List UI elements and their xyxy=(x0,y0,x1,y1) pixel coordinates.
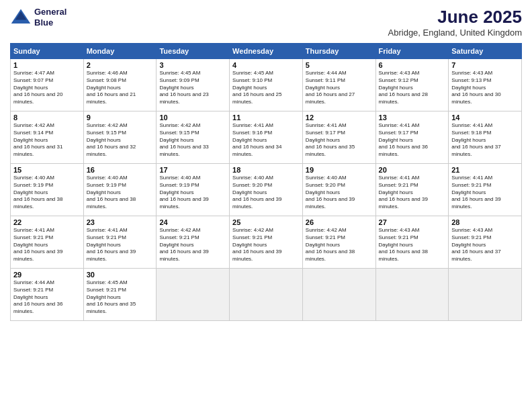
daylight-label: Daylight hours xyxy=(159,242,193,248)
daylight-value: and 16 hours and 38 minutes. xyxy=(379,248,428,262)
sunset-label: Sunset: 9:21 PM xyxy=(87,287,126,293)
daylight-value: and 16 hours and 37 minutes. xyxy=(451,248,500,262)
sunrise-label: Sunrise: 4:45 AM xyxy=(87,279,128,285)
sunrise-label: Sunrise: 4:43 AM xyxy=(451,70,492,76)
daylight-label: Daylight hours xyxy=(87,242,121,248)
day-info: Sunrise: 4:41 AM Sunset: 9:21 PM Dayligh… xyxy=(451,175,519,211)
day-number: 20 xyxy=(379,166,446,174)
col-monday: Monday xyxy=(83,44,157,59)
daylight-label: Daylight hours xyxy=(379,85,413,91)
daylight-label: Daylight hours xyxy=(13,294,48,300)
sunset-label: Sunset: 9:17 PM xyxy=(379,130,418,136)
sunset-label: Sunset: 9:21 PM xyxy=(451,234,491,240)
calendar-header-row: Sunday Monday Tuesday Wednesday Thursday… xyxy=(11,44,522,59)
day-number: 12 xyxy=(306,113,373,122)
day-info: Sunrise: 4:46 AM Sunset: 9:08 PM Dayligh… xyxy=(87,70,154,106)
calendar-week-row: 29 Sunrise: 4:44 AM Sunset: 9:21 PM Dayl… xyxy=(11,269,522,321)
sunset-label: Sunset: 9:21 PM xyxy=(232,234,272,240)
table-row: 21 Sunrise: 4:41 AM Sunset: 9:21 PM Dayl… xyxy=(449,164,522,216)
daylight-label: Daylight hours xyxy=(13,242,48,248)
table-row: 16 Sunrise: 4:40 AM Sunset: 9:19 PM Dayl… xyxy=(83,164,157,216)
col-friday: Friday xyxy=(375,44,449,59)
sunrise-label: Sunrise: 4:46 AM xyxy=(87,70,128,76)
day-number: 25 xyxy=(232,218,300,226)
daylight-value: and 16 hours and 39 minutes. xyxy=(232,196,281,210)
day-number: 13 xyxy=(379,113,446,122)
sunrise-label: Sunrise: 4:45 AM xyxy=(232,70,273,76)
sunset-label: Sunset: 9:20 PM xyxy=(306,182,345,188)
sunset-label: Sunset: 9:10 PM xyxy=(232,77,272,83)
day-number: 29 xyxy=(13,271,81,279)
sunrise-label: Sunrise: 4:41 AM xyxy=(13,227,54,233)
day-number: 2 xyxy=(87,61,154,69)
daylight-value: and 16 hours and 39 minutes. xyxy=(451,196,500,210)
day-number: 8 xyxy=(13,113,81,122)
col-thursday: Thursday xyxy=(302,44,375,59)
table-row: 13 Sunrise: 4:41 AM Sunset: 9:17 PM Dayl… xyxy=(375,111,449,164)
sunset-label: Sunset: 9:18 PM xyxy=(451,130,491,136)
daylight-label: Daylight hours xyxy=(451,85,486,91)
table-row: 30 Sunrise: 4:45 AM Sunset: 9:21 PM Dayl… xyxy=(83,269,157,321)
daylight-value: and 16 hours and 39 minutes. xyxy=(306,196,355,210)
sunset-label: Sunset: 9:21 PM xyxy=(159,234,199,240)
daylight-label: Daylight hours xyxy=(13,189,48,195)
daylight-label: Daylight hours xyxy=(306,242,340,248)
day-info: Sunrise: 4:43 AM Sunset: 9:13 PM Dayligh… xyxy=(451,70,519,106)
day-info: Sunrise: 4:42 AM Sunset: 9:21 PM Dayligh… xyxy=(232,227,300,263)
sunrise-label: Sunrise: 4:47 AM xyxy=(13,70,54,76)
table-row: 3 Sunrise: 4:45 AM Sunset: 9:09 PM Dayli… xyxy=(157,59,230,111)
col-wednesday: Wednesday xyxy=(230,44,303,59)
table-row: 25 Sunrise: 4:42 AM Sunset: 9:21 PM Dayl… xyxy=(230,216,303,269)
table-row xyxy=(449,269,522,321)
table-row: 19 Sunrise: 4:40 AM Sunset: 9:20 PM Dayl… xyxy=(302,164,375,216)
day-info: Sunrise: 4:40 AM Sunset: 9:19 PM Dayligh… xyxy=(87,175,154,211)
daylight-value: and 16 hours and 27 minutes. xyxy=(306,91,355,105)
sunset-label: Sunset: 9:15 PM xyxy=(87,130,126,136)
sunset-label: Sunset: 9:13 PM xyxy=(451,77,491,83)
daylight-label: Daylight hours xyxy=(379,189,413,195)
day-info: Sunrise: 4:42 AM Sunset: 9:21 PM Dayligh… xyxy=(159,227,226,263)
header: General Blue June 2025 Abridge, England,… xyxy=(10,7,522,38)
sunset-label: Sunset: 9:19 PM xyxy=(13,182,53,188)
calendar-week-row: 8 Sunrise: 4:42 AM Sunset: 9:14 PM Dayli… xyxy=(11,111,522,164)
sunset-label: Sunset: 9:12 PM xyxy=(379,77,418,83)
daylight-value: and 16 hours and 36 minutes. xyxy=(13,301,62,314)
day-number: 19 xyxy=(306,166,373,174)
day-info: Sunrise: 4:42 AM Sunset: 9:21 PM Dayligh… xyxy=(306,227,373,263)
sunset-label: Sunset: 9:15 PM xyxy=(159,130,199,136)
daylight-value: and 16 hours and 39 minutes. xyxy=(159,196,208,210)
day-number: 26 xyxy=(306,218,373,226)
table-row xyxy=(230,269,303,321)
day-info: Sunrise: 4:40 AM Sunset: 9:19 PM Dayligh… xyxy=(159,175,226,211)
calendar-week-row: 15 Sunrise: 4:40 AM Sunset: 9:19 PM Dayl… xyxy=(11,164,522,216)
day-info: Sunrise: 4:41 AM Sunset: 9:17 PM Dayligh… xyxy=(306,122,373,158)
sunset-label: Sunset: 9:16 PM xyxy=(232,130,272,136)
day-number: 22 xyxy=(13,218,81,226)
table-row: 1 Sunrise: 4:47 AM Sunset: 9:07 PM Dayli… xyxy=(11,59,84,111)
daylight-value: and 16 hours and 35 minutes. xyxy=(87,301,136,314)
sunrise-label: Sunrise: 4:42 AM xyxy=(306,227,347,233)
sunrise-label: Sunrise: 4:42 AM xyxy=(159,122,200,128)
day-number: 27 xyxy=(379,218,446,226)
sunset-label: Sunset: 9:21 PM xyxy=(379,234,418,240)
calendar-week-row: 22 Sunrise: 4:41 AM Sunset: 9:21 PM Dayl… xyxy=(11,216,522,269)
daylight-value: and 16 hours and 38 minutes. xyxy=(13,196,62,210)
logo: General Blue xyxy=(10,7,66,28)
sunset-label: Sunset: 9:21 PM xyxy=(451,182,491,188)
daylight-label: Daylight hours xyxy=(232,85,267,91)
daylight-label: Daylight hours xyxy=(87,137,121,143)
sunrise-label: Sunrise: 4:42 AM xyxy=(87,122,128,128)
sunset-label: Sunset: 9:11 PM xyxy=(306,77,345,83)
daylight-value: and 16 hours and 39 minutes. xyxy=(13,248,62,262)
day-number: 6 xyxy=(379,61,446,69)
daylight-label: Daylight hours xyxy=(379,242,413,248)
day-number: 21 xyxy=(451,166,519,174)
sunrise-label: Sunrise: 4:41 AM xyxy=(379,175,420,181)
day-info: Sunrise: 4:42 AM Sunset: 9:14 PM Dayligh… xyxy=(13,122,81,158)
day-number: 24 xyxy=(159,218,226,226)
day-number: 30 xyxy=(87,271,154,279)
day-info: Sunrise: 4:41 AM Sunset: 9:21 PM Dayligh… xyxy=(87,227,154,263)
table-row: 28 Sunrise: 4:43 AM Sunset: 9:21 PM Dayl… xyxy=(449,216,522,269)
table-row: 8 Sunrise: 4:42 AM Sunset: 9:14 PM Dayli… xyxy=(11,111,84,164)
daylight-value: and 16 hours and 35 minutes. xyxy=(306,144,355,157)
